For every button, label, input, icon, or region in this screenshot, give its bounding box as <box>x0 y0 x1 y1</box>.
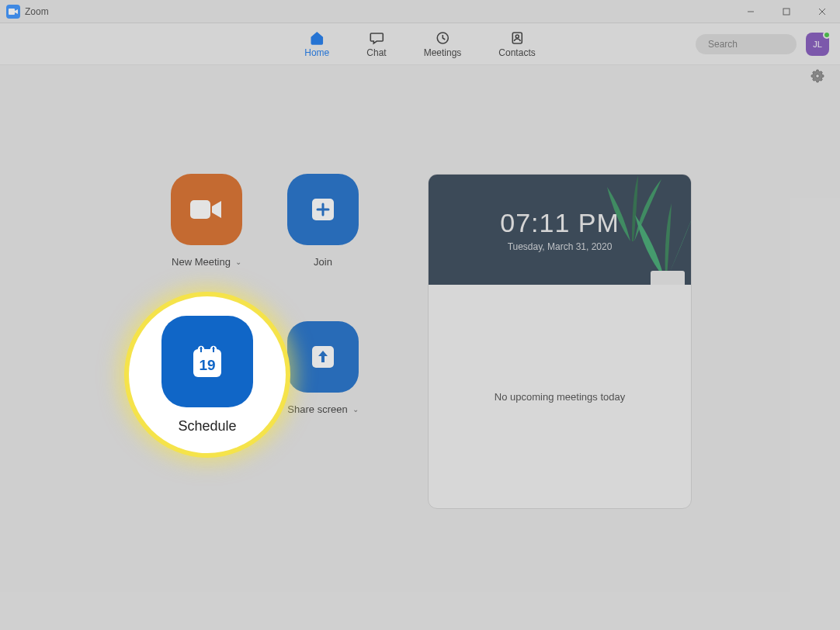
close-button[interactable] <box>804 0 840 23</box>
main-content: New Meeting ⌄ Join <box>0 90 840 509</box>
contacts-icon <box>509 30 525 46</box>
share-up-arrow-icon <box>307 341 338 372</box>
tile-label-text: Schedule <box>178 418 236 434</box>
tab-label: Contacts <box>498 47 535 58</box>
svg-point-9 <box>816 74 820 78</box>
chat-icon <box>369 30 384 46</box>
svg-point-6 <box>515 35 519 38</box>
plant-decoration-icon <box>629 199 691 285</box>
tab-meetings[interactable]: Meetings <box>424 30 462 58</box>
tab-contacts[interactable]: Contacts <box>498 30 535 58</box>
title-bar: Zoom <box>0 0 840 23</box>
svg-rect-10 <box>190 200 210 219</box>
tile-label-text: Share screen <box>287 403 347 415</box>
schedule-label-row: Schedule <box>178 418 236 434</box>
window-controls <box>733 0 840 22</box>
tab-label: Chat <box>366 47 386 58</box>
window-title: Zoom <box>25 6 49 17</box>
svg-text:19: 19 <box>199 357 215 373</box>
share-screen-button[interactable] <box>287 321 359 393</box>
calendar-icon: 19 <box>186 340 229 383</box>
tile-join: Join <box>265 174 381 290</box>
video-camera-icon <box>189 197 224 222</box>
maximize-button[interactable] <box>769 0 804 23</box>
nav-tabs: Home Chat Meetings Contacts <box>304 23 535 64</box>
schedule-button[interactable]: 19 <box>161 316 253 407</box>
user-avatar[interactable]: JL <box>806 33 829 56</box>
new-meeting-button[interactable] <box>171 174 242 245</box>
join-label-row: Join <box>314 256 332 268</box>
plus-icon <box>307 194 338 225</box>
share-screen-label-row[interactable]: Share screen ⌄ <box>287 403 358 415</box>
chevron-down-icon: ⌄ <box>352 405 359 414</box>
panel-hero: 07:11 PM Tuesday, March 31, 2020 <box>429 175 691 285</box>
svg-rect-21 <box>651 271 685 285</box>
top-nav-bar: Home Chat Meetings Contacts JL <box>0 23 840 65</box>
presence-status-dot <box>823 31 831 39</box>
clock-icon <box>435 30 450 46</box>
settings-button[interactable] <box>810 69 824 86</box>
minimize-button[interactable] <box>733 0 769 23</box>
tab-chat[interactable]: Chat <box>366 30 386 58</box>
empty-meetings-message: No upcoming meetings today <box>495 391 625 403</box>
new-meeting-label-row[interactable]: New Meeting ⌄ <box>172 256 241 268</box>
search-box[interactable] <box>696 34 797 54</box>
chevron-down-icon: ⌄ <box>235 258 241 266</box>
tile-label-text: New Meeting <box>172 256 231 268</box>
svg-rect-1 <box>783 9 790 15</box>
tab-label: Home <box>304 47 329 58</box>
tile-new-meeting: New Meeting ⌄ <box>148 174 265 290</box>
action-tiles: New Meeting ⌄ Join <box>148 174 381 509</box>
join-button[interactable] <box>287 174 359 245</box>
tile-label-text: Join <box>314 256 332 268</box>
calendar-panel: 07:11 PM Tuesday, March 31, 2020 No upco… <box>428 174 692 509</box>
subheader <box>0 65 840 90</box>
panel-date: Tuesday, March 31, 2020 <box>508 241 613 252</box>
schedule-highlight: 19 Schedule <box>129 296 286 453</box>
home-icon <box>309 30 325 46</box>
tab-home[interactable]: Home <box>304 30 329 58</box>
zoom-app-icon <box>6 5 20 19</box>
panel-body: No upcoming meetings today <box>429 285 691 508</box>
tab-label: Meetings <box>424 47 462 58</box>
avatar-initials: JL <box>813 40 822 49</box>
